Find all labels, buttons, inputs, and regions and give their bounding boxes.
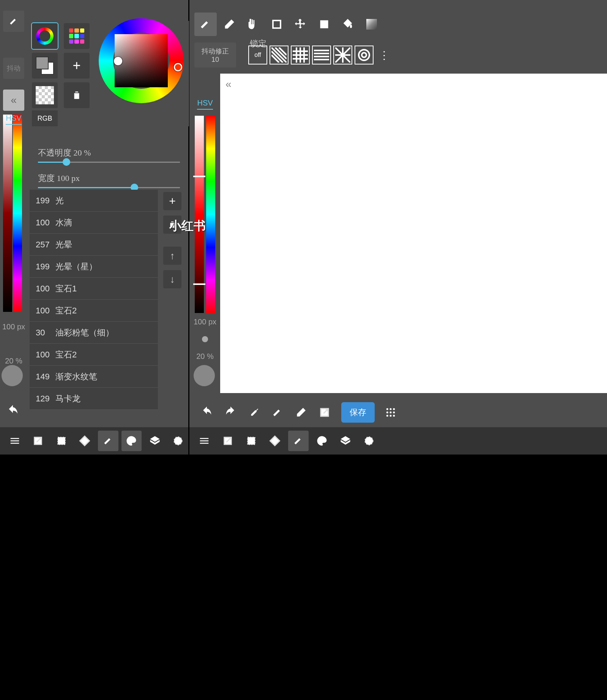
delete-swatch-button[interactable] xyxy=(64,82,90,108)
bucket-tool[interactable] xyxy=(337,13,359,36)
svg-point-12 xyxy=(390,415,392,417)
move-up-button[interactable]: ↑ xyxy=(163,247,181,265)
selection-tool[interactable] xyxy=(266,13,288,36)
rotate-button-r[interactable] xyxy=(265,431,285,451)
eraser-tool[interactable] xyxy=(218,13,241,36)
value-strip-right[interactable] xyxy=(195,116,204,313)
brush-preset-item[interactable]: 30油彩粉笔（细） xyxy=(30,322,158,344)
more-options[interactable]: ⋮ xyxy=(379,49,389,61)
redo-button[interactable] xyxy=(221,403,240,422)
opacity-slider[interactable] xyxy=(38,162,180,163)
sv-cursor[interactable] xyxy=(114,57,122,65)
opacity-slider-label: 不透明度 20 % xyxy=(38,147,180,159)
palette-nav[interactable] xyxy=(121,431,142,451)
marquee-button-r[interactable] xyxy=(241,431,262,451)
width-slider[interactable] xyxy=(38,187,180,188)
opacity-indicator-right: 20 % xyxy=(196,352,214,361)
brush-tool-main[interactable] xyxy=(194,13,217,36)
lock-circles[interactable] xyxy=(355,46,374,64)
canvas[interactable] xyxy=(220,74,607,393)
lock-off-button[interactable]: off xyxy=(248,46,267,64)
export-button[interactable] xyxy=(315,403,334,422)
hsv-tab[interactable]: HSV xyxy=(6,114,21,125)
canvas-collapse[interactable]: « xyxy=(225,78,232,90)
svg-rect-1 xyxy=(320,20,328,28)
hue-strip[interactable] xyxy=(13,115,22,312)
brush-preset-item[interactable]: 100水滴 xyxy=(30,212,158,234)
hue-strip-right[interactable] xyxy=(206,116,215,313)
jitter-value: 10 xyxy=(211,56,219,64)
collapse-chevron[interactable]: « xyxy=(3,90,24,111)
transform-tool[interactable] xyxy=(289,13,312,36)
marquee-button[interactable] xyxy=(51,431,72,451)
brush-preset-item[interactable]: 100宝石1 xyxy=(30,278,158,300)
add-swatch-button[interactable]: + xyxy=(64,53,90,79)
svg-point-9 xyxy=(390,412,392,414)
hsv-tab-right[interactable]: HSV xyxy=(197,99,213,110)
brush-nav-r[interactable] xyxy=(288,431,309,451)
eyedropper-button[interactable] xyxy=(244,403,264,422)
transparent-button[interactable] xyxy=(32,82,58,108)
swatches-mode-button[interactable] xyxy=(64,23,90,49)
lock-pattern-3[interactable] xyxy=(312,46,331,64)
svg-point-11 xyxy=(386,415,388,417)
eraser-button[interactable] xyxy=(291,403,311,422)
layers-nav[interactable] xyxy=(145,431,165,451)
jitter-label: 抖动修正 xyxy=(202,47,229,56)
edit-button-r[interactable] xyxy=(218,431,238,451)
brush-preset-item[interactable]: 100宝石2 xyxy=(30,344,158,366)
brush-preset-item[interactable]: 100宝石2 xyxy=(30,300,158,322)
svg-point-5 xyxy=(386,408,388,410)
brush-preset-item[interactable]: 257光晕 xyxy=(30,234,158,256)
grid-menu-button[interactable] xyxy=(381,403,400,422)
add-brush-button[interactable]: + xyxy=(163,192,181,210)
svg-point-7 xyxy=(393,408,395,410)
lock-pattern-1[interactable] xyxy=(270,46,289,64)
fill-square-tool[interactable] xyxy=(313,13,336,36)
value-strip[interactable] xyxy=(3,115,12,312)
fg-bg-swap[interactable] xyxy=(32,53,58,79)
svg-point-23 xyxy=(365,437,373,445)
svg-point-8 xyxy=(386,412,388,414)
edit-button[interactable] xyxy=(28,431,49,451)
svg-point-13 xyxy=(393,415,395,417)
menu-button-r[interactable] xyxy=(194,431,214,451)
hue-cursor[interactable] xyxy=(174,63,182,71)
width-indicator-right: 100 px xyxy=(194,318,216,326)
rgb-mode-button[interactable]: RGB xyxy=(32,110,58,126)
jitter-correction[interactable]: 抖动修正 10 xyxy=(194,42,236,68)
move-down-button[interactable]: ↓ xyxy=(163,270,181,288)
layers-nav-r[interactable] xyxy=(335,431,356,451)
brush-preset-item[interactable]: 149渐变水纹笔 xyxy=(30,366,158,388)
rotate-button[interactable] xyxy=(75,431,95,451)
brush-nav[interactable] xyxy=(98,431,118,451)
collapse-panel[interactable]: 抖动 xyxy=(3,58,24,79)
svg-point-10 xyxy=(393,412,395,414)
undo-icon[interactable] xyxy=(6,404,20,420)
brush-preview-circle[interactable] xyxy=(2,365,23,386)
settings-nav-r[interactable] xyxy=(359,431,379,451)
width-slider-label: 宽度 100 px xyxy=(38,173,180,184)
palette-nav-r[interactable] xyxy=(312,431,332,451)
svg-point-2 xyxy=(362,53,366,57)
gradient-tool[interactable] xyxy=(361,13,383,36)
lock-radial[interactable] xyxy=(333,46,352,64)
menu-button[interactable] xyxy=(5,431,25,451)
lock-grid[interactable] xyxy=(291,46,310,64)
svg-point-18 xyxy=(174,437,182,445)
undo-button[interactable] xyxy=(197,403,217,422)
hand-tool[interactable] xyxy=(242,13,264,36)
brush-preset-item[interactable]: 199光 xyxy=(30,190,158,212)
svg-rect-20 xyxy=(248,437,255,445)
settings-nav[interactable] xyxy=(168,431,189,451)
brush-preset-item[interactable]: 199光晕（星） xyxy=(30,256,158,278)
wheel-mode-button[interactable] xyxy=(32,23,58,49)
brush-preview-circle-right[interactable] xyxy=(194,365,215,386)
saturation-value-box[interactable] xyxy=(115,34,168,87)
brush-preset-list[interactable]: 199光100水滴257光晕199光晕（星）100宝石1100宝石230油彩粉笔… xyxy=(30,190,158,410)
save-button[interactable]: 保存 xyxy=(341,402,375,423)
svg-rect-16 xyxy=(80,436,90,446)
brush-button[interactable] xyxy=(268,403,287,422)
brush-tool[interactable] xyxy=(3,11,24,32)
brush-preset-item[interactable]: 129马卡龙 xyxy=(30,388,158,410)
